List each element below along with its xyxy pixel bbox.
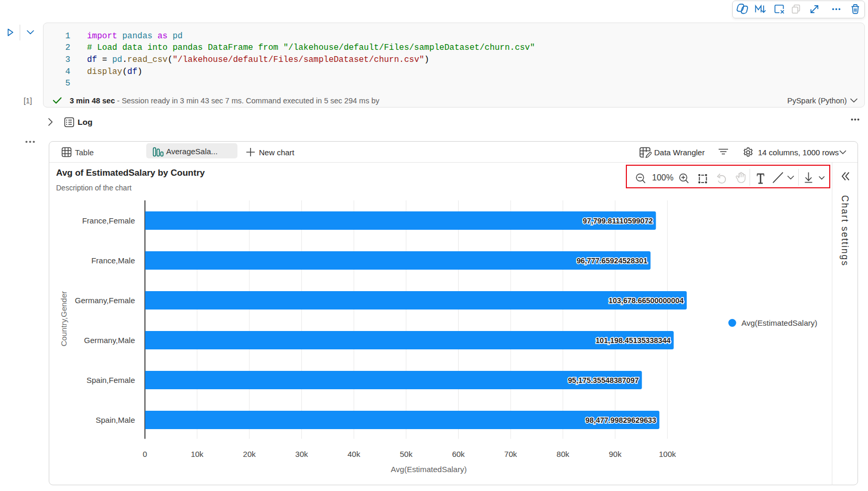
- svg-text:Spain,Male: Spain,Male: [95, 415, 135, 424]
- svg-text:Country,Gender: Country,Gender: [59, 291, 68, 347]
- svg-text:Germany,Female: Germany,Female: [75, 296, 135, 305]
- svg-text:20k: 20k: [243, 450, 256, 458]
- svg-text:30k: 30k: [295, 450, 308, 458]
- svg-text:70k: 70k: [504, 450, 517, 458]
- svg-text:96,777.65924528301: 96,777.65924528301: [577, 257, 647, 265]
- svg-text:97,799.81110599072: 97,799.81110599072: [583, 217, 653, 225]
- svg-text:Avg(EstimatedSalary): Avg(EstimatedSalary): [742, 318, 818, 327]
- svg-text:Germany,Male: Germany,Male: [84, 336, 135, 345]
- svg-text:10k: 10k: [191, 450, 204, 458]
- svg-text:100k: 100k: [659, 450, 676, 458]
- svg-text:0: 0: [143, 450, 147, 458]
- svg-text:103,678.66500000004: 103,678.66500000004: [609, 296, 683, 305]
- svg-text:France,Male: France,Male: [91, 256, 135, 265]
- svg-text:95,175.35548387097: 95,175.35548387097: [568, 376, 638, 385]
- svg-text:98,477.99829629633: 98,477.99829629633: [585, 416, 656, 424]
- svg-text:101,198.45135338344: 101,198.45135338344: [595, 336, 670, 345]
- svg-text:France,Female: France,Female: [82, 216, 135, 225]
- svg-text:50k: 50k: [400, 450, 413, 458]
- svg-text:Avg(EstimatedSalary): Avg(EstimatedSalary): [391, 465, 467, 474]
- svg-text:Spain,Female: Spain,Female: [86, 376, 135, 385]
- svg-text:80k: 80k: [557, 450, 570, 458]
- svg-text:90k: 90k: [609, 450, 622, 458]
- svg-text:60k: 60k: [452, 450, 465, 458]
- svg-text:40k: 40k: [348, 450, 361, 458]
